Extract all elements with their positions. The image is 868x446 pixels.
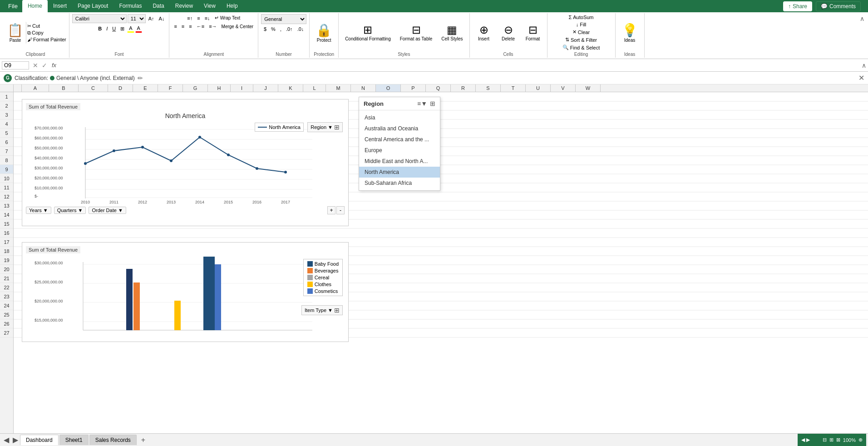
sheet-tab-sales-records[interactable]: Sales Records [89,435,137,445]
chart1-zoom-out-button[interactable]: - [336,206,345,214]
ideas-button[interactable]: 💡 Ideas [618,21,641,45]
col-header-e[interactable]: E [133,84,158,92]
font-label[interactable]: Font [115,52,124,57]
align-left-button[interactable]: ≡ [172,23,178,30]
tab-insert[interactable]: Insert [48,0,72,12]
region-item-north-america[interactable]: North America [359,167,440,178]
find-select-button[interactable]: 🔍 Find & Select [561,44,601,51]
align-right-button[interactable]: ≡ [187,23,193,30]
italic-button[interactable]: I [104,25,109,32]
currency-button[interactable]: $ [262,25,268,33]
wrap-text-button[interactable]: ↵ Wrap Text [213,14,242,22]
col-header-m[interactable]: M [326,84,351,92]
cells-label[interactable]: Cells [503,52,513,57]
align-top-button[interactable]: ≡↑ [185,15,194,22]
region-item-australia[interactable]: Australia and Oceania [359,123,440,134]
formula-fx-button[interactable]: fx [49,62,59,69]
border-button[interactable]: ⊞ [118,25,126,33]
region-item-middle-east[interactable]: Middle East and North A... [359,156,440,167]
cut-button[interactable]: ✂ Cut [27,23,66,29]
formula-bar-confirm[interactable]: ✓ [40,62,49,69]
tab-help[interactable]: Help [221,0,243,12]
indent-inc-button[interactable]: ≡→ [207,23,218,30]
chart1-orderdate-button[interactable]: Order Date ▼ [89,207,126,214]
share-button[interactable]: ↑ Share [783,1,812,11]
tab-home[interactable]: Home [22,0,48,12]
chart2-filter-button[interactable]: Item Type ▼ ⊞ [301,305,343,315]
formula-expand-button[interactable]: ∧ [862,62,866,69]
protect-button[interactable]: 🔒 Protect [312,21,335,45]
chart1-zoom-in-button[interactable]: + [327,206,335,214]
region-item-central-america[interactable]: Central America and the ... [359,134,440,145]
clear-button[interactable]: ✕ Clear [571,29,591,35]
col-header-t[interactable]: T [501,84,526,92]
number-format-select[interactable]: General [261,14,306,24]
col-header-p[interactable]: P [401,84,426,92]
decimal-inc-button[interactable]: .0↑ [284,25,295,33]
zoom-slider-button[interactable]: ⊕ [858,437,863,443]
tab-review[interactable]: Review [170,0,198,12]
col-header-f[interactable]: F [158,84,183,92]
view-layout-button[interactable]: ⊞ [829,437,833,443]
col-header-i[interactable]: I [231,84,253,92]
tab-page-layout[interactable]: Page Layout [72,0,113,12]
col-header-n[interactable]: N [351,84,376,92]
col-header-q[interactable]: Q [426,84,451,92]
formula-input[interactable] [59,62,862,69]
col-header-d[interactable]: D [108,84,133,92]
ideas-label[interactable]: Ideas [624,52,635,57]
underline-button[interactable]: U [110,25,118,32]
col-header-o[interactable]: O [376,84,401,92]
delete-button[interactable]: ⊖ Delete [497,22,520,43]
align-center-button[interactable]: ≡ [180,23,186,30]
clipboard-label[interactable]: Clipboard [25,52,45,57]
region-item-asia[interactable]: Asia [359,112,440,123]
tab-file[interactable]: File [4,0,22,12]
add-sheet-button[interactable]: + [138,434,149,446]
col-header-k[interactable]: K [278,84,303,92]
chart1-filter-button[interactable]: Region ▼ ⊞ [307,122,343,132]
indent-dec-button[interactable]: ←≡ [195,23,206,30]
sheet-tab-dashboard[interactable]: Dashboard [20,435,59,445]
tab-formulas[interactable]: Formulas [113,0,147,12]
chart1-years-button[interactable]: Years ▼ [26,207,51,214]
region-filter-panel[interactable]: Region ≡▼ ⊞ Asia Australia and Oceania C… [359,97,440,191]
number-label[interactable]: Number [276,52,292,57]
comma-button[interactable]: , [278,25,283,33]
fill-button[interactable]: ↓ Fill [575,21,588,28]
chart-1-panel[interactable]: Sum of Total Revenue North America $70,0… [22,99,349,226]
sort-filter-button[interactable]: ⇅ Sort & Filter [564,36,598,43]
region-sort-button[interactable]: ≡▼ [417,100,427,107]
alignment-label[interactable]: Alignment [204,52,224,57]
col-header-l[interactable]: L [303,84,326,92]
col-header-s[interactable]: S [476,84,501,92]
comments-button[interactable]: 💬 Comments [816,1,861,11]
col-header-g[interactable]: G [183,84,208,92]
align-middle-button[interactable]: ≡ [195,15,202,22]
format-as-table-button[interactable]: ⊟ Format as Table [396,22,436,43]
chart1-quarters-button[interactable]: Quarters ▼ [54,207,86,214]
col-header-a[interactable]: A [22,84,49,92]
chart-2-panel[interactable]: Sum of Total Revenue $30,000,000.00 $25,… [22,242,349,342]
collapse-ribbon-button[interactable]: ∧ [860,15,864,22]
font-decrease-button[interactable]: A↓ [157,15,167,22]
sheet-tab-sheet1[interactable]: Sheet1 [59,435,89,445]
classification-close-button[interactable]: ✕ [858,74,864,82]
merge-center-button[interactable]: Merge & Center [220,23,256,30]
align-bottom-button[interactable]: ≡↓ [203,15,212,22]
region-item-sub-saharan[interactable]: Sub-Saharan Africa [359,178,440,188]
font-color-button[interactable]: A [135,25,142,33]
copy-button[interactable]: ⧉ Copy [27,30,66,36]
tab-data[interactable]: Data [147,0,169,12]
region-clear-filter-button[interactable]: ⊞ [430,100,435,107]
col-header-w[interactable]: W [576,84,601,92]
format-button[interactable]: ⊟ Format [522,22,544,43]
classification-edit-button[interactable]: ✏ [138,74,143,82]
col-header-j[interactable]: J [253,84,278,92]
font-size-select[interactable]: 11 [128,14,146,23]
cell-reference-input[interactable] [2,61,29,69]
autosum-button[interactable]: Σ AutoSum [567,14,595,20]
font-increase-button[interactable]: A↑ [147,15,156,22]
paste-button[interactable]: 📋 Paste [5,22,26,44]
format-painter-button[interactable]: 🖌 Format Painter [27,37,66,42]
